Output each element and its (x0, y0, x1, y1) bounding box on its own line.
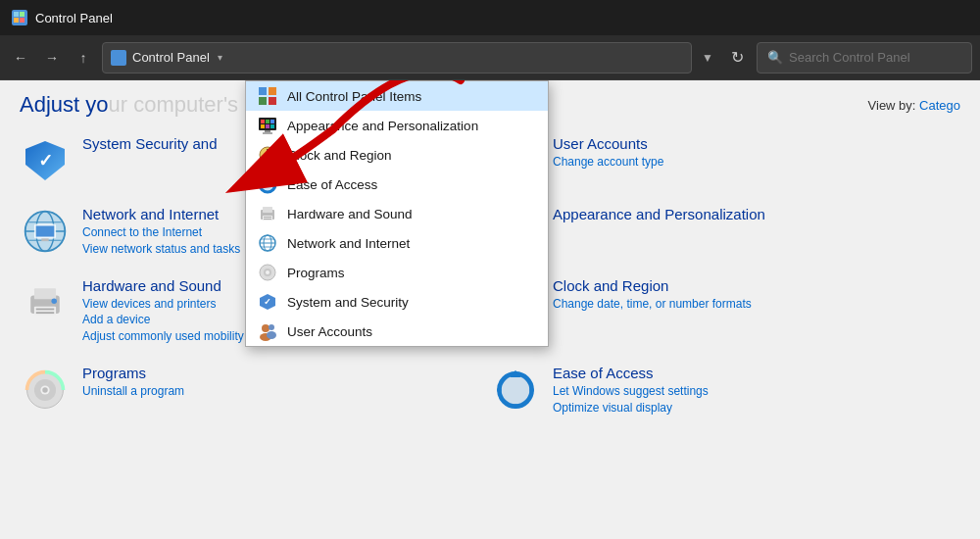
category-user-accounts: ✓ User Accounts Change account type (490, 125, 960, 196)
search-input[interactable] (789, 50, 961, 65)
svg-rect-1 (20, 12, 24, 17)
programs-info: Programs Uninstall a program (82, 365, 184, 400)
network-link-0[interactable]: Connect to the Internet (82, 224, 240, 241)
svg-rect-19 (36, 225, 54, 236)
svg-rect-54 (259, 97, 267, 105)
address-dropdown-menu: All Control Panel Items Appearance an (245, 80, 549, 347)
clock-title[interactable]: Clock and Region (553, 277, 752, 294)
clock-info: Clock and Region Change date, time, or n… (553, 277, 752, 313)
svg-rect-0 (14, 12, 19, 17)
dropdown-network-icon (258, 233, 277, 253)
category-clock: XII III XII IX Clock and Region Change d… (490, 268, 960, 355)
dropdown-item-appearance[interactable]: Appearance and Personalization (246, 111, 548, 140)
svg-rect-75 (264, 219, 271, 220)
svg-rect-74 (264, 217, 271, 218)
search-box[interactable]: 🔍 (757, 42, 972, 74)
address-pill[interactable]: Control Panel ▾ (102, 42, 692, 74)
system-security-title[interactable]: System Security and (82, 135, 218, 152)
programs-icon (20, 365, 71, 416)
dropdown-user-label: User Accounts (287, 324, 372, 339)
svg-text:✓: ✓ (38, 151, 53, 171)
dropdown-item-hardware[interactable]: Hardware and Sound (246, 199, 548, 228)
main-content: Adjust your computer's settings View by:… (0, 80, 980, 539)
view-by-label: View by: (868, 98, 920, 113)
dropdown-item-system[interactable]: ✓ System and Security (246, 287, 548, 317)
svg-rect-58 (261, 120, 265, 123)
dropdown-system-icon: ✓ (258, 292, 277, 312)
svg-rect-35 (36, 312, 54, 314)
programs-link-0[interactable]: Uninstall a program (82, 383, 184, 400)
dropdown-all-label: All Control Panel Items (287, 89, 421, 104)
network-icon (20, 206, 71, 257)
svg-rect-73 (263, 216, 272, 220)
dropdown-ease-label: Ease of Access (287, 177, 377, 192)
dropdown-user-icon (258, 321, 277, 341)
dropdown-appearance-label: Appearance and Personalization (287, 119, 478, 133)
forward-button[interactable]: → (39, 45, 65, 71)
network-info: Network and Internet Connect to the Inte… (82, 206, 240, 258)
dropdown-ease-icon (258, 174, 277, 194)
network-title[interactable]: Network and Internet (82, 206, 240, 222)
svg-point-83 (266, 270, 270, 274)
address-caret-icon: ▾ (218, 52, 222, 63)
svg-rect-55 (269, 97, 276, 105)
refresh-button[interactable]: ↻ (723, 44, 751, 72)
clock-link-0[interactable]: Change date, time, or number formats (553, 296, 752, 313)
view-by-value[interactable]: Catego (919, 98, 960, 113)
dropdown-item-user[interactable]: User Accounts (246, 317, 548, 346)
svg-rect-3 (20, 18, 24, 23)
dropdown-item-ease[interactable]: Ease of Access (246, 170, 548, 199)
svg-rect-33 (34, 306, 56, 315)
category-programs: Programs Uninstall a program (20, 355, 490, 426)
dropdown-item-clock[interactable]: Clock and Region (246, 140, 548, 170)
ease-icon (490, 365, 541, 416)
appearance-info: Appearance and Personalization (553, 206, 765, 224)
user-accounts-title[interactable]: User Accounts (553, 135, 663, 152)
svg-rect-61 (261, 124, 265, 128)
svg-point-49 (42, 387, 48, 393)
dropdown-item-all[interactable]: All Control Panel Items (246, 81, 548, 111)
network-link-1[interactable]: View network status and tasks (82, 241, 240, 258)
view-by: View by: Catego (868, 96, 960, 114)
app-icon (12, 10, 27, 25)
category-appearance: Appearance and Personalization (490, 196, 960, 268)
svg-rect-32 (34, 288, 56, 299)
category-ease: Ease of Access Let Windows suggest setti… (490, 355, 960, 426)
system-security-info: System Security and (82, 135, 218, 154)
svg-text:✓: ✓ (264, 297, 271, 307)
svg-point-89 (267, 331, 276, 339)
dropdown-item-network[interactable]: Network and Internet (246, 228, 548, 258)
address-dropdown-button[interactable]: ▼ (698, 51, 717, 65)
dropdown-programs-label: Programs (287, 266, 345, 280)
svg-rect-62 (266, 124, 270, 128)
svg-rect-34 (36, 308, 54, 310)
user-accounts-info: User Accounts Change account type (553, 135, 663, 171)
address-text: Control Panel (132, 50, 210, 65)
dropdown-network-label: Network and Internet (287, 236, 410, 251)
up-button[interactable]: ↑ (71, 45, 96, 71)
svg-rect-59 (266, 120, 270, 123)
hardware-icon (20, 277, 71, 328)
address-cp-icon (111, 50, 126, 66)
window-title: Control Panel (35, 11, 113, 25)
appearance-title[interactable]: Appearance and Personalization (553, 206, 765, 222)
search-icon: 🔍 (767, 50, 783, 65)
svg-rect-65 (263, 132, 272, 134)
back-button[interactable]: ← (8, 45, 33, 71)
programs-title[interactable]: Programs (82, 365, 184, 381)
dropdown-clock-label: Clock and Region (287, 148, 392, 163)
svg-point-88 (269, 324, 274, 330)
svg-rect-2 (14, 18, 19, 23)
user-accounts-link-0[interactable]: Change account type (553, 154, 663, 171)
ease-link-0[interactable]: Let Windows suggest settings (553, 383, 709, 400)
dropdown-item-programs[interactable]: Programs (246, 258, 548, 287)
ease-title[interactable]: Ease of Access (553, 365, 709, 381)
dropdown-hardware-icon (258, 204, 277, 223)
dropdown-system-label: System and Security (287, 295, 409, 310)
title-bar: Control Panel (0, 0, 980, 35)
ease-info: Ease of Access Let Windows suggest setti… (553, 365, 709, 416)
dropdown-all-icon (258, 86, 277, 106)
svg-point-36 (51, 298, 57, 304)
dropdown-clock-icon (258, 145, 277, 165)
ease-link-1[interactable]: Optimize visual display (553, 400, 709, 416)
